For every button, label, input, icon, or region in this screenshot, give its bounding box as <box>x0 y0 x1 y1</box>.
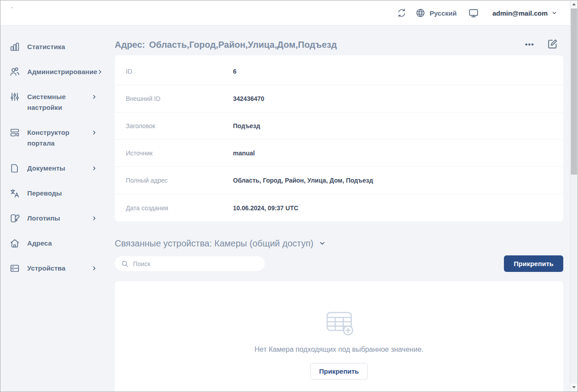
sidebar-item-translations[interactable]: Переводы <box>0 181 111 206</box>
detail-value: Подъезд <box>233 122 260 129</box>
chevron-down-icon <box>319 240 326 247</box>
monitor-icon[interactable] <box>467 7 480 19</box>
empty-attach-button[interactable]: Прикрепить <box>310 363 368 379</box>
detail-value: 10.06.2024, 09:37 UTC <box>233 204 298 212</box>
sidebar-item-portal-builder[interactable]: Конструктор портала <box>0 120 111 156</box>
language-label: Русский <box>430 9 457 17</box>
sidebar-item-system-settings[interactable]: Системные настройки <box>0 84 111 120</box>
sliders-icon <box>9 92 20 102</box>
chevron-right-icon <box>91 263 98 274</box>
bar-chart-icon <box>9 42 20 52</box>
empty-state-message: Нет Камера подходящих под выбранное знач… <box>254 346 423 354</box>
sidebar-item-statistics[interactable]: Статистика <box>0 34 111 59</box>
detail-row-full-address: Полный адрес Область, Город, Район, Улиц… <box>115 167 563 194</box>
globe-icon <box>414 7 427 19</box>
detail-value: manual <box>233 150 255 157</box>
search-input[interactable] <box>133 260 258 267</box>
home-icon <box>9 238 20 249</box>
main-content: Адрес:Область,Город,Район,Улица,Дом,Подъ… <box>115 25 563 392</box>
refresh-icon[interactable] <box>395 7 408 19</box>
document-icon <box>9 163 20 174</box>
logos-icon <box>9 213 20 224</box>
edit-button[interactable] <box>547 38 558 51</box>
sidebar-item-label: Системные настройки <box>27 92 91 113</box>
users-icon <box>9 67 20 77</box>
related-devices-title: Связанные устройства: Камеры (общий дост… <box>115 238 313 249</box>
sidebar-item-label: Администрирование <box>27 67 97 77</box>
chevron-right-icon <box>91 92 98 102</box>
triangle-up-icon <box>572 3 576 5</box>
user-email: admin@mail.com <box>492 9 548 17</box>
detail-row-title: Заголовок Подъезд <box>115 113 563 140</box>
detail-value: 342436470 <box>233 95 264 102</box>
edit-icon <box>547 38 558 50</box>
detail-label: Полный адрес <box>126 177 233 184</box>
logo-dot: . <box>11 3 12 9</box>
detail-label: ID <box>126 68 233 75</box>
chevron-right-icon <box>97 67 103 77</box>
topbar-actions: Русский admin@mail.com <box>395 0 557 25</box>
sidebar-item-label: Конструктор портала <box>27 127 91 149</box>
chevron-right-icon <box>91 127 98 138</box>
sidebar-item-label: Документы <box>27 163 91 174</box>
more-actions-button[interactable]: ••• <box>525 42 534 47</box>
page-title-prefix: Адрес: <box>115 40 145 50</box>
sidebar-item-administration[interactable]: Администрирование <box>0 59 111 84</box>
sidebar-item-label: Адреса <box>27 238 98 249</box>
page-head: Адрес:Область,Город,Район,Улица,Дом,Подъ… <box>115 35 563 54</box>
layout-icon <box>9 127 20 138</box>
user-menu[interactable]: admin@mail.com <box>492 9 557 17</box>
detail-row-id: ID 6 <box>115 58 563 85</box>
triangle-down-icon <box>572 386 576 388</box>
chevron-right-icon <box>91 213 98 224</box>
detail-value: Область, Город, Район, Улица, Дом, Подъе… <box>233 177 373 184</box>
sidebar-item-devices[interactable]: Устройства <box>0 256 111 281</box>
related-devices-header[interactable]: Связанные устройства: Камеры (общий дост… <box>115 237 563 250</box>
page-title-value: Область,Город,Район,Улица,Дом,Подъезд <box>149 40 337 50</box>
language-selector[interactable]: Русский <box>414 7 457 19</box>
page-title: Адрес:Область,Город,Район,Улица,Дом,Подъ… <box>115 40 337 50</box>
scrollbar-thumb[interactable] <box>571 8 577 175</box>
attach-button[interactable]: Прикрепить <box>504 255 563 272</box>
related-devices-empty-card: Нет Камера подходящих под выбранное знач… <box>115 281 563 392</box>
address-details-card: ID 6 Внешний ID 342436470 Заголовок Подъ… <box>115 55 563 221</box>
detail-row-created-date: Дата создания 10.06.2024, 09:37 UTC <box>115 194 563 221</box>
sidebar-item-label: Логотипы <box>27 213 91 224</box>
chevron-right-icon <box>91 163 98 174</box>
empty-table-icon <box>324 310 355 337</box>
sidebar-item-label: Статистика <box>27 42 98 52</box>
detail-label: Источник <box>126 150 233 157</box>
detail-label: Внешний ID <box>126 95 233 102</box>
search-box <box>115 256 265 271</box>
detail-row-source: Источник manual <box>115 140 563 167</box>
translate-icon <box>9 188 20 199</box>
sidebar-item-documents[interactable]: Документы <box>0 156 111 181</box>
page-actions: ••• <box>525 38 563 51</box>
scroll-up-button[interactable] <box>570 0 578 8</box>
vertical-scrollbar[interactable] <box>570 0 578 392</box>
sidebar-item-label: Устройства <box>27 263 91 274</box>
sidebar: Статистика Администрирование <box>0 25 111 392</box>
detail-label: Заголовок <box>126 122 233 129</box>
detail-label: Дата создания <box>126 204 233 212</box>
related-devices-toolbar: Прикрепить <box>115 255 563 272</box>
sidebar-item-label: Переводы <box>27 188 98 199</box>
sidebar-item-addresses[interactable]: Адреса <box>0 231 111 256</box>
detail-row-external-id: Внешний ID 342436470 <box>115 85 563 113</box>
top-bar: . Русский <box>0 0 571 25</box>
chevron-down-icon <box>551 10 557 16</box>
devices-icon <box>9 263 20 274</box>
detail-value: 6 <box>233 68 237 75</box>
app-window: . Русский <box>0 0 578 392</box>
scroll-down-button[interactable] <box>570 384 578 391</box>
search-icon <box>121 260 129 268</box>
sidebar-item-logos[interactable]: Логотипы <box>0 206 111 231</box>
